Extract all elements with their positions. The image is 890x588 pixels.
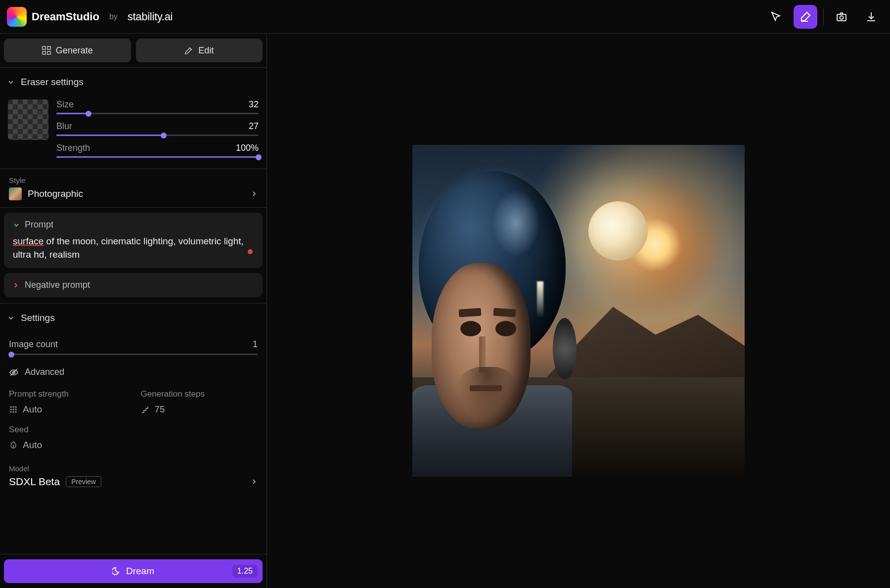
svg-rect-0 bbox=[837, 14, 846, 21]
settings-title: Settings bbox=[21, 313, 55, 323]
svg-rect-5 bbox=[47, 51, 50, 54]
download-button[interactable] bbox=[859, 5, 883, 29]
steps-icon bbox=[141, 405, 150, 414]
chevron-down-icon bbox=[7, 314, 15, 322]
svg-point-7 bbox=[10, 407, 11, 407]
dream-label: Dream bbox=[126, 566, 154, 577]
svg-point-12 bbox=[15, 409, 16, 410]
logo-group: DreamStudio by stability.ai bbox=[7, 7, 173, 27]
seed-icon bbox=[9, 441, 18, 450]
strength-slider[interactable] bbox=[56, 156, 259, 158]
prompt-weight-dot[interactable] bbox=[248, 249, 253, 254]
prompt-strength-value[interactable]: Auto bbox=[9, 404, 126, 415]
chevron-down-icon bbox=[13, 222, 20, 228]
blur-value: 27 bbox=[249, 121, 259, 132]
svg-point-10 bbox=[10, 409, 11, 410]
seed-value[interactable]: Auto bbox=[9, 440, 126, 451]
svg-rect-4 bbox=[43, 51, 45, 54]
svg-point-15 bbox=[15, 411, 16, 412]
svg-rect-2 bbox=[43, 46, 45, 49]
brush-preview bbox=[8, 99, 48, 140]
image-count-slider[interactable] bbox=[9, 354, 258, 355]
svg-point-13 bbox=[10, 411, 11, 412]
chevron-down-icon bbox=[7, 78, 15, 86]
prompt-strength-label: Prompt strength bbox=[9, 389, 126, 399]
svg-point-14 bbox=[13, 411, 14, 412]
model-name: SDXL Beta bbox=[9, 476, 60, 488]
edit-label: Edit bbox=[198, 45, 214, 56]
tool-divider bbox=[823, 8, 824, 26]
negative-prompt-toggle[interactable]: Negative prompt bbox=[4, 273, 263, 297]
pointer-tool-button[interactable] bbox=[764, 5, 788, 29]
advanced-toggle[interactable]: Advanced bbox=[9, 367, 258, 377]
negative-prompt-title: Negative prompt bbox=[25, 280, 90, 290]
app-logo-icon bbox=[7, 7, 27, 27]
edit-mode-button[interactable]: Edit bbox=[136, 39, 263, 62]
strength-value: 100% bbox=[236, 143, 259, 153]
generate-label: Generate bbox=[56, 45, 93, 56]
strength-label: Strength bbox=[56, 143, 90, 153]
chevron-right-icon bbox=[251, 190, 258, 197]
app-name: DreamStudio bbox=[32, 10, 99, 23]
chevron-right-icon bbox=[251, 478, 258, 485]
chevron-right-icon bbox=[13, 282, 19, 288]
settings-toggle[interactable]: Settings bbox=[0, 304, 267, 332]
generated-image[interactable] bbox=[412, 145, 745, 477]
canvas[interactable] bbox=[267, 34, 890, 588]
camera-button[interactable] bbox=[830, 5, 853, 29]
top-tools bbox=[764, 5, 883, 29]
style-thumb-icon bbox=[9, 187, 22, 200]
sliders-icon bbox=[9, 405, 18, 414]
model-badge: Preview bbox=[66, 476, 101, 487]
svg-point-8 bbox=[13, 407, 14, 407]
size-value: 32 bbox=[249, 99, 259, 110]
model-label: Model bbox=[9, 464, 258, 473]
model-selector[interactable]: SDXL Beta Preview bbox=[9, 476, 258, 488]
gen-steps-label: Generation steps bbox=[141, 389, 258, 399]
blur-label: Blur bbox=[56, 121, 72, 132]
prompt-title: Prompt bbox=[25, 220, 53, 230]
by-text: by bbox=[109, 12, 118, 21]
prompt-box[interactable]: Prompt surface of the moon, cinematic li… bbox=[4, 213, 263, 268]
svg-point-1 bbox=[840, 16, 844, 19]
advanced-label: Advanced bbox=[25, 367, 64, 377]
prompt-toggle[interactable]: Prompt bbox=[13, 220, 254, 230]
eraser-tool-button[interactable] bbox=[794, 5, 817, 29]
svg-point-9 bbox=[15, 407, 16, 407]
style-selector[interactable]: Photographic bbox=[9, 187, 258, 200]
edit-icon bbox=[184, 46, 193, 55]
eraser-settings-title: Eraser settings bbox=[21, 77, 84, 88]
moon-icon bbox=[112, 567, 121, 576]
seed-label: Seed bbox=[9, 425, 126, 435]
generate-mode-button[interactable]: Generate bbox=[4, 39, 131, 62]
size-slider[interactable] bbox=[56, 113, 259, 114]
style-label: Style bbox=[9, 176, 258, 184]
svg-point-11 bbox=[13, 409, 14, 410]
image-count-label: Image count bbox=[9, 339, 58, 350]
prompt-text[interactable]: surface of the moon, cinematic lighting,… bbox=[13, 235, 254, 261]
dream-button[interactable]: Dream 1.25 bbox=[4, 559, 263, 583]
company-name: stability.ai bbox=[128, 10, 173, 23]
image-count-value: 1 bbox=[253, 339, 258, 350]
eye-off-icon bbox=[9, 367, 19, 377]
gen-steps-value[interactable]: 75 bbox=[141, 404, 258, 415]
size-label: Size bbox=[56, 99, 74, 110]
style-name: Photographic bbox=[28, 188, 83, 199]
topbar: DreamStudio by stability.ai bbox=[0, 0, 890, 34]
sidebar: Generate Edit Eraser settings Size bbox=[0, 34, 267, 588]
blur-slider[interactable] bbox=[56, 135, 259, 136]
dream-credits: 1.25 bbox=[232, 565, 258, 578]
eraser-settings-toggle[interactable]: Eraser settings bbox=[0, 68, 267, 96]
grid-icon bbox=[42, 46, 51, 55]
svg-rect-3 bbox=[47, 46, 50, 49]
